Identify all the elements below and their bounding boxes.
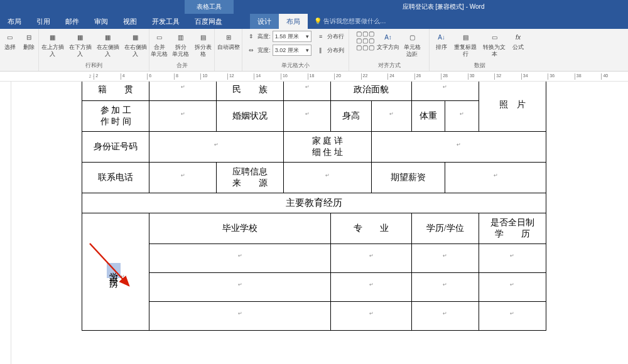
align-mc-icon[interactable]: ▢: [362, 37, 368, 44]
sort-button[interactable]: A↓排序: [433, 30, 450, 51]
cell-edu-r1-major[interactable]: [331, 244, 412, 273]
formula-button[interactable]: fx公式: [510, 30, 526, 51]
application-form-table[interactable]: 籍 贯 民 族 政治面貌 照 片 参 加 工 作 时 间 婚姻状况 身高 体重 …: [82, 82, 546, 331]
delete-icon: ⊟: [23, 31, 35, 43]
cell-tizhong-label[interactable]: 体重: [411, 101, 445, 132]
cell-qwxz-label[interactable]: 期望薪资: [371, 163, 445, 193]
insert-above-icon: ▦: [47, 31, 58, 43]
cell-degree-header[interactable]: 学历/学位: [411, 213, 479, 244]
cell-edu-r1-school[interactable]: [149, 244, 331, 273]
select-button[interactable]: ▭ 选择: [2, 30, 18, 51]
insert-above-button[interactable]: ▦在上方插入: [40, 30, 65, 58]
horizontal-ruler[interactable]: 2 · 2468 10121416 18202224 26283032 3436…: [0, 72, 628, 82]
cell-hyzk-value[interactable]: [284, 101, 331, 132]
sort-icon: A↓: [436, 31, 447, 43]
align-tr-icon[interactable]: ▢: [369, 30, 374, 37]
cell-ypxx-label[interactable]: 应聘信息 来 源: [217, 163, 284, 193]
cell-cjgz-value[interactable]: [149, 101, 217, 132]
cell-photo[interactable]: 照 片: [479, 82, 546, 132]
cell-margins-button[interactable]: ▢单元格 边距: [402, 30, 422, 58]
align-tc-icon[interactable]: ▢: [362, 30, 368, 37]
cell-edu-r3-major[interactable]: [331, 302, 412, 331]
cell-edu-r2-major[interactable]: [331, 273, 412, 302]
align-ml-icon[interactable]: ▢: [356, 37, 362, 44]
cell-edu-r2-school[interactable]: [149, 273, 331, 302]
tell-me-search[interactable]: 💡 告诉我您想要做什么…: [308, 14, 392, 29]
cell-edu-r1-ft[interactable]: [479, 244, 546, 273]
cell-lxdh-value[interactable]: [149, 163, 217, 193]
distribute-rows-button[interactable]: ≡分布行: [317, 30, 344, 43]
width-input[interactable]: 3.02 厘米▾: [273, 45, 311, 56]
cell-margin-icon: ▢: [406, 31, 418, 43]
convert-text-button[interactable]: ▭转换为文本: [481, 30, 507, 58]
cell-sfz-value[interactable]: [149, 132, 284, 163]
tab-developer[interactable]: 开发工具: [144, 14, 187, 29]
repeat-header-button[interactable]: ▤重复标题行: [452, 30, 479, 58]
dist-cols-icon: ‖: [317, 46, 325, 55]
height-icon: ⇕: [247, 32, 256, 41]
text-direction-button[interactable]: A↕文字方向: [377, 30, 399, 51]
insert-left-button[interactable]: ▦在左侧插入: [95, 30, 121, 58]
cell-jiguan-label[interactable]: 籍 贯: [82, 82, 149, 101]
cell-edu-r3-ft[interactable]: [479, 302, 546, 331]
tab-review[interactable]: 审阅: [87, 14, 116, 29]
cell-jtxz-value[interactable]: [371, 132, 546, 163]
title-bar: 表格工具 应聘登记表 [兼容模式] - Word: [0, 0, 628, 14]
cell-sfz-label[interactable]: 身份证号码: [82, 132, 149, 163]
delete-button[interactable]: ⊟ 删除: [21, 30, 37, 51]
align-bc-icon[interactable]: ▢: [362, 44, 368, 51]
insert-right-button[interactable]: ▦在右侧插入: [123, 30, 148, 58]
height-input[interactable]: 1.58 厘米▾: [273, 31, 311, 42]
tab-layout1[interactable]: 布局: [0, 14, 29, 29]
page: 籍 贯 民 族 政治面貌 照 片 参 加 工 作 时 间 婚姻状况 身高 体重 …: [82, 82, 559, 331]
cell-ypxx-value[interactable]: [284, 163, 371, 193]
cell-xuexi-label[interactable]: 学习经历↵: [82, 213, 149, 331]
tab-references[interactable]: 引用: [29, 14, 58, 29]
tab-mailings[interactable]: 邮件: [58, 14, 87, 29]
cell-jtxz-label[interactable]: 家 庭 详 细 住 址: [284, 132, 371, 163]
cell-minzu-label[interactable]: 民 族: [217, 82, 284, 101]
tab-table-design[interactable]: 设计: [250, 14, 279, 29]
vertical-ruler[interactable]: [1, 82, 11, 364]
cell-edu-r3-school[interactable]: [149, 302, 331, 331]
cell-zzmm-label[interactable]: 政治面貌: [331, 82, 412, 101]
insert-right-icon: ▦: [130, 31, 141, 43]
cell-minzu-value[interactable]: [284, 82, 331, 101]
cell-cjgz-label[interactable]: 参 加 工 作 时 间: [82, 101, 149, 132]
ribbon-tabs: 布局 引用 邮件 审阅 视图 开发工具 百度网盘 设计 布局 💡 告诉我您想要做…: [0, 14, 628, 29]
cell-edu-r2-degree[interactable]: [411, 273, 479, 302]
cell-lxdh-label[interactable]: 联系电话: [82, 163, 149, 193]
cell-edu-r2-ft[interactable]: [479, 273, 546, 302]
cell-school-header[interactable]: 毕业学校: [149, 213, 331, 244]
tab-table-layout[interactable]: 布局: [279, 14, 308, 29]
cell-major-header[interactable]: 专 业: [331, 213, 412, 244]
cell-edu-r3-degree[interactable]: [411, 302, 479, 331]
cell-edu-section[interactable]: 主要教育经历: [82, 193, 546, 213]
merge-cells-button[interactable]: ▭合并 单元格: [150, 30, 169, 58]
split-table-button[interactable]: ▤拆分表格: [193, 30, 214, 58]
cell-hyzk-label[interactable]: 婚姻状况: [217, 101, 284, 132]
dist-rows-icon: ≡: [317, 32, 325, 41]
align-mr-icon[interactable]: ▢: [369, 37, 374, 44]
cell-shengao-value[interactable]: [371, 101, 411, 132]
align-br-icon[interactable]: ▢: [369, 44, 374, 51]
cell-edu-r1-degree[interactable]: [411, 244, 479, 273]
tab-baidu[interactable]: 百度网盘: [187, 14, 230, 29]
cell-shengao-label[interactable]: 身高: [331, 101, 371, 132]
split-cells-button[interactable]: ▥拆分 单元格: [171, 30, 190, 58]
table-tools-context: 表格工具: [185, 0, 234, 14]
document-area[interactable]: 籍 贯 民 族 政治面貌 照 片 参 加 工 作 时 间 婚姻状况 身高 体重 …: [0, 82, 628, 364]
align-bl-icon[interactable]: ▢: [356, 44, 362, 51]
insert-below-button[interactable]: ▦在下方插入: [68, 30, 93, 58]
align-tl-icon[interactable]: ▢: [356, 30, 362, 37]
fx-icon: fx: [512, 31, 524, 43]
distribute-cols-button[interactable]: ‖分布列: [317, 44, 344, 56]
cell-tizhong-value[interactable]: [445, 101, 479, 132]
cell-qwxz-value[interactable]: [445, 163, 546, 193]
cell-zzmm-value[interactable]: [411, 82, 479, 101]
autofit-button[interactable]: ⊞自动调整: [217, 30, 240, 51]
cell-jiguan-value[interactable]: [149, 82, 217, 101]
cell-fulltime-header[interactable]: 是否全日制 学 历: [479, 213, 546, 244]
width-label: 宽度:: [257, 46, 271, 55]
tab-view[interactable]: 视图: [116, 14, 144, 29]
